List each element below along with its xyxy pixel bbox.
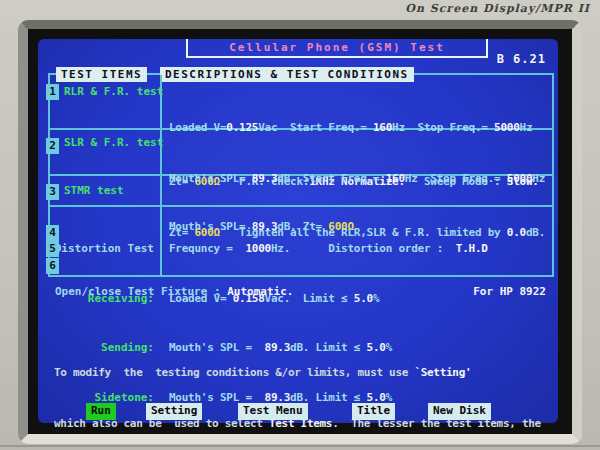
item-number-badge: 2 (46, 138, 59, 154)
screen-title: Cellular Phone (GSM) Test (229, 41, 445, 54)
version-label: B 6.21 (497, 52, 546, 66)
item-number-badge: 3 (46, 184, 59, 200)
item-number-badge: 4 (46, 225, 59, 241)
test-fixture-status: Open/close Test Fixture : Automatic. (55, 285, 293, 298)
test-item-name: SLR & F.R. test (50, 136, 163, 149)
new-disk-button[interactable]: New Disk (428, 403, 491, 420)
help-line: To modify the testing conditions &/or li… (54, 364, 541, 381)
osd-screen: Cellular Phone (GSM) Test B 6.21 TEST IT… (38, 39, 558, 423)
column-header-descriptions: DESCRIPTIONS & TEST CONDITIONS (160, 67, 414, 82)
title-button[interactable]: Title (352, 403, 395, 420)
instrument-label: For HP 8922 (473, 285, 546, 298)
test-group-name: Distortion Test (50, 241, 154, 258)
test-item-row-rlr[interactable]: RLR & F.R. test Loaded V=0.125Vac Start … (50, 75, 552, 130)
screen-recess: Cellular Phone (GSM) Test B 6.21 TEST IT… (18, 20, 582, 444)
test-item-row-stmr[interactable]: STMR test Mouth's SPL= 89.3dB. Zt= 600Ω (50, 176, 552, 207)
bezel-osd-label: On Screen Display/MPR II (405, 2, 590, 15)
test-item-row-distortion[interactable]: Distortion Test Receiving: Sending: Side… (50, 207, 552, 275)
setting-button[interactable]: Setting (146, 403, 202, 420)
item-number-badge: 6 (46, 258, 59, 274)
test-item-name: RLR & F.R. test (50, 85, 163, 98)
item-number-badge: 5 (46, 241, 59, 257)
test-item-name: STMR test (50, 184, 124, 197)
test-table: TEST ITEMS DESCRIPTIONS & TEST CONDITION… (48, 73, 554, 277)
test-item-row-slr[interactable]: SLR & F.R. test Mouth's SPL= 89.3dB Star… (50, 130, 552, 176)
crt-monitor: On Screen Display/MPR II Cellular Phone … (0, 0, 600, 450)
test-condition-line: Frequncy = 1000Hz. Distortion order : T.… (169, 241, 552, 258)
run-button[interactable]: Run (86, 403, 116, 420)
item-number-badge: 1 (46, 84, 59, 100)
help-notes: To modify the testing conditions &/or li… (54, 330, 541, 450)
test-menu-button[interactable]: Test Menu (238, 403, 308, 420)
screen-title-box: Cellular Phone (GSM) Test (186, 39, 488, 58)
